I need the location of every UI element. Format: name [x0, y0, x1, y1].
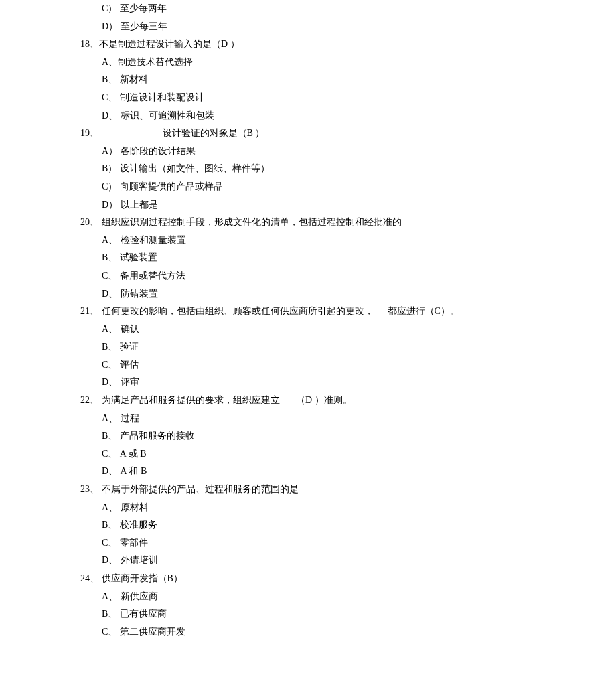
text-line: 18、不是制造过程设计输入的是（D ）	[80, 35, 536, 54]
document-body: C） 至少每两年D） 至少每三年18、不是制造过程设计输入的是（D ）A、制造技…	[80, 0, 536, 641]
text-line: B、 验证	[102, 338, 536, 356]
text-line: A、 检验和测量装置	[102, 232, 536, 250]
text-line: 24、 供应商开发指（B）	[80, 570, 536, 588]
text-line: C、 制造设计和装配设计	[102, 89, 536, 107]
text-line: D） 至少每三年	[102, 18, 536, 36]
text-line: C） 至少每两年	[102, 0, 536, 18]
text-line: C、 备用或替代方法	[102, 267, 536, 285]
text-line: B、 已有供应商	[102, 605, 536, 623]
text-line: D、 外请培训	[102, 552, 536, 570]
text-line: B、 试验装置	[102, 249, 536, 267]
text-line: A、 过程	[102, 410, 536, 428]
text-line: D、 A 和 B	[102, 463, 536, 481]
text-line: 23、 不属于外部提供的产品、过程和服务的范围的是	[80, 481, 536, 499]
text-line: 22、 为满足产品和服务提供的要求，组织应建立 （D ）准则。	[80, 392, 536, 410]
text-line: D、 标识、可追溯性和包装	[102, 107, 536, 125]
text-line: C、 评估	[102, 356, 536, 374]
text-line: B） 设计输出（如文件、图纸、样件等）	[102, 160, 536, 178]
text-line: D） 以上都是	[102, 196, 536, 214]
text-line: C、 第二供应商开发	[102, 623, 536, 641]
text-line: B、 产品和服务的接收	[102, 427, 536, 445]
text-line: A、 新供应商	[102, 588, 536, 606]
text-line: A、制造技术替代选择	[102, 54, 536, 72]
text-line: D、 防错装置	[102, 285, 536, 303]
text-line: A） 各阶段的设计结果	[102, 143, 536, 161]
text-line: C、 A 或 B	[102, 445, 536, 463]
text-line: 21、 任何更改的影响，包括由组织、顾客或任何供应商所引起的更改， 都应进行（C…	[80, 303, 536, 321]
text-line: C） 向顾客提供的产品或样品	[102, 178, 536, 196]
text-line: D、 评审	[102, 374, 536, 392]
text-line: 19、 设计验证的对象是（B ）	[80, 125, 536, 143]
text-line: A、 确认	[102, 321, 536, 339]
text-line: 20、 组织应识别过程控制手段，形成文件化的清单，包括过程控制和经批准的	[80, 214, 536, 232]
text-line: B、 新材料	[102, 71, 536, 89]
text-line: B、 校准服务	[102, 516, 536, 534]
text-line: C、 零部件	[102, 534, 536, 552]
text-line: A、 原材料	[102, 499, 536, 517]
